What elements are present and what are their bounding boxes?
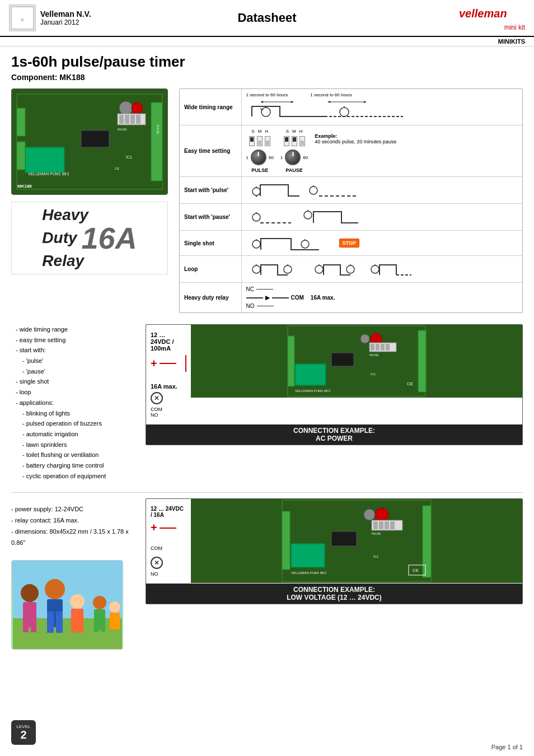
com-label: COM [291, 295, 304, 301]
svg-rect-16 [119, 115, 124, 124]
no-label: NO [246, 303, 255, 309]
svg-text:VELLEMAN PUM1 88'2: VELLEMAN PUM1 88'2 [28, 172, 69, 176]
svg-rect-7 [81, 130, 109, 147]
minikits-label: MINIKITS [498, 38, 525, 45]
single-shot-row: Single shot STOP [180, 231, 522, 256]
svg-point-33 [252, 188, 260, 195]
wide-timing-label: Wide timing range [180, 89, 241, 125]
svg-rect-102 [282, 511, 290, 570]
pause-num2: 60 [303, 155, 308, 160]
pulse-knob[interactable] [251, 150, 266, 165]
dc-no-label: NO [151, 571, 186, 577]
svg-rect-89 [78, 618, 83, 633]
ac-relay-max: 16A max. [151, 383, 186, 390]
svg-text:CE: CE [407, 381, 413, 386]
heavy-text: Heavy [42, 207, 88, 223]
svg-point-6 [132, 102, 143, 114]
svg-rect-17 [125, 115, 129, 124]
page-title: 1s-60h pulse/pause timer [11, 53, 523, 71]
svg-point-86 [70, 594, 85, 609]
svg-point-98 [375, 508, 388, 521]
minikits-bar: MINIKITS [0, 37, 534, 46]
start-pause-row: Start with 'pause' [180, 204, 522, 231]
feature-loop: loop [11, 387, 134, 398]
svg-rect-85 [56, 612, 63, 633]
page-footer: Page 1 of 1 [491, 744, 523, 750]
svg-point-62 [360, 334, 369, 343]
start-pulse-row: Start with 'pulse' [180, 177, 522, 204]
pulse-num2: 60 [269, 155, 274, 160]
easy-time-content: SMH [241, 125, 522, 177]
nc-label: NC [246, 286, 254, 292]
svg-rect-73 [386, 344, 390, 351]
svg-rect-19 [136, 115, 140, 124]
svg-rect-92 [94, 617, 99, 632]
svg-point-48 [252, 265, 260, 273]
datasheet-title: Datasheet [237, 11, 296, 25]
svg-point-52 [315, 265, 323, 273]
svg-point-46 [301, 240, 309, 248]
svg-text:CE: CE [413, 568, 419, 573]
heavy-duty-relay-row: Heavy duty relay NC [180, 283, 522, 313]
loop-content [241, 256, 522, 283]
heavy-duty-relay-label: Heavy duty relay [180, 283, 241, 313]
ac-wiring-left: 12 … 24VDC / 100mA + 16A max. ✕ COM [146, 325, 191, 424]
svg-rect-10 [17, 142, 25, 170]
pulse-num1: 1 [246, 155, 249, 160]
svg-point-90 [93, 596, 106, 609]
features-list: wide timing range easy time setting star… [11, 324, 134, 481]
svg-text:PULSE: PULSE [156, 125, 160, 134]
pulse-label: PULSE [251, 167, 268, 173]
spec-relay: relay contact: 16A max. [11, 515, 134, 526]
wide-timing-waveform [246, 100, 414, 120]
svg-text:VELLEMAN PUM1 88'2: VELLEMAN PUM1 88'2 [295, 389, 331, 393]
feature-single-shot: single shot [11, 376, 134, 387]
svg-point-28 [261, 108, 270, 116]
divider-1 [11, 492, 523, 493]
start-pulse-content [241, 177, 522, 204]
svg-rect-70 [371, 344, 374, 351]
heavy-duty-box: Heavy Duty 16A Relay [11, 202, 168, 274]
people-image [11, 560, 123, 650]
example-detail: 40 seconds pulse, 20 minutes pause [315, 139, 396, 144]
svg-rect-80 [23, 613, 29, 632]
svg-text:IC1: IC1 [126, 155, 132, 159]
svg-rect-110 [390, 521, 395, 529]
dc-pcb-image: VELLEMAN PUM1 88'2 IC1 PAUSE CE [191, 499, 522, 583]
svg-text:PAUSE: PAUSE [118, 128, 127, 131]
dc-title-line1: CONNECTION EXAMPLE: [293, 586, 375, 594]
svg-rect-71 [376, 344, 380, 351]
svg-rect-108 [379, 521, 383, 529]
ac-connection-title: CONNECTION EXAMPLE: AC POWER [146, 424, 522, 445]
dc-wiring-left: 12 … 24VDC / 16A + COM ✕ NO [146, 499, 191, 584]
timing-note1: 1 second to 60 hours [246, 92, 288, 97]
start-pulse-label: Start with 'pulse' [180, 177, 241, 204]
pause-knob[interactable] [285, 150, 301, 165]
mini-kit-text: mini kit [458, 24, 525, 31]
people-image-container [11, 560, 134, 650]
app-toilet: toilet flushing or ventilation [11, 450, 134, 460]
header-center: Datasheet [181, 11, 353, 25]
svg-rect-8 [25, 147, 64, 172]
dc-voltage: 12 … 24VDC / 16A [151, 506, 186, 518]
duty-text: Duty [42, 230, 77, 246]
app-irrigation: automatic irrigation [11, 429, 134, 440]
dc-title-line2: LOW VOLTAGE (12 … 24VDC) [287, 594, 382, 601]
specs-list: power supply: 12-24VDC relay contact: 16… [11, 504, 134, 548]
svg-rect-9 [17, 108, 25, 136]
svg-rect-107 [373, 521, 378, 529]
level-badge: LEVEL 2 [11, 720, 36, 745]
single-shot-waveform [246, 234, 336, 252]
dc-com-label: COM [151, 545, 186, 551]
sub-list-start: 'pulse' 'pause' [11, 356, 134, 376]
relay-max-label: 16A max. [311, 295, 335, 301]
svg-text:IC1: IC1 [371, 372, 376, 376]
wide-timing-content: 1 second to 60 hours 1 second to 60 hour… [241, 89, 522, 125]
svg-rect-93 [101, 617, 105, 632]
start-pause-content [241, 204, 522, 231]
pcb-label-text: MK188 [17, 184, 32, 189]
svg-rect-18 [130, 115, 135, 124]
top-section: VELLEMAN PUM1 88'2 IC1 CE PAUSE PULSE MK… [11, 88, 523, 313]
svg-point-99 [364, 509, 375, 520]
start-pause-label: Start with 'pause' [180, 204, 241, 231]
